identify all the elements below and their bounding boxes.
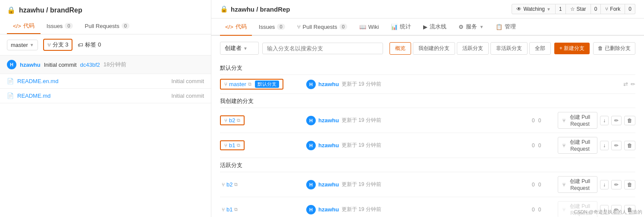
fork-button[interactable]: ⑂ Fork [601,4,625,14]
b1-mine-delete-btn[interactable]: 🗑 [624,141,635,150]
b1-mine-ahead: 0 [532,143,535,149]
b2-mine-copy-icon[interactable]: ⧉ [237,118,240,123]
right-pr-badge: 0 [339,24,347,30]
b2-active-download-btn[interactable]: ↓ [600,180,609,189]
b2-mine-behind: 0 [538,118,541,124]
b2-mine-author[interactable]: hzawhu [318,117,339,124]
branch-row-b1-active: ⑂ b1 ⧉ H hzawhu 更新于 19 分钟前 0 0 [220,197,635,217]
right-tab-pipeline[interactable]: ▶ 流水线 [418,19,452,36]
master-copy-icon[interactable]: ⧉ [248,81,251,87]
branch-search-input[interactable] [262,43,383,54]
b2-mine-time: 更新于 19 分钟前 [342,117,381,124]
right-tab-code[interactable]: </> 代码 [220,19,252,36]
b2-mine-download-btn[interactable]: ↓ [600,116,609,125]
b2-mine-avatar: H [306,116,316,125]
b2-mine-actions: ⑂ 创建 Pull Request ↓ ✏ 🗑 [558,112,635,129]
b1-mine-author[interactable]: hzawhu [318,142,339,149]
file-name-readme[interactable]: README.md [17,93,168,99]
master-branch-name[interactable]: master [229,81,246,87]
right-tab-issues[interactable]: Issues 0 [254,19,290,35]
master-edit-icon[interactable]: ✏ [631,81,635,87]
right-tab-pr[interactable]: ⑂ Pull Requests 0 [292,19,352,35]
b2-active-copy-icon[interactable]: ⧉ [234,182,238,187]
commit-author[interactable]: hzawhu [20,62,41,68]
b2-mine-delete-btn[interactable]: 🗑 [624,116,635,125]
b1-mine-download-btn[interactable]: ↓ [600,141,609,150]
branch-chevron-icon: ▼ [30,43,34,47]
b2-active-pr-button[interactable]: ⑂ 创建 Pull Request [558,176,597,193]
b2-mine-ahead: 0 [532,118,535,124]
filter-inactive[interactable]: 非活跃分支 [490,42,528,55]
b2-active-pr-icon: ⑂ [562,182,565,188]
creator-select[interactable]: 创建者 ▼ [220,42,259,55]
tab-code-left[interactable]: </> 代码 [7,19,41,34]
tab-pr-left[interactable]: Pull Requests 0 [79,19,135,34]
commit-hash[interactable]: dc43bf2 [80,62,100,68]
branch-row-b2-active: ⑂ b2 ⧉ H hzawhu 更新于 19 分钟前 0 0 [220,172,635,197]
master-time: 更新于 19 分钟前 [342,81,381,88]
b2-active-name-col: ⑂ b2 ⧉ [220,180,306,189]
right-wiki-label: Wiki [368,24,379,30]
master-author[interactable]: hzawhu [318,81,339,87]
right-stats-icon: 📊 [391,24,398,30]
right-tab-manage[interactable]: 📋 管理 [490,19,521,36]
star-count: 0 [591,4,601,14]
right-tab-wiki[interactable]: 📖 Wiki [354,19,384,35]
branch-row-b2-mine: ⑂ b2 ⧉ H hzawhu 更新于 19 分钟前 0 0 [220,108,635,133]
branch-count-info: ⑂ 分支 3 [43,39,73,51]
filter-all[interactable]: 全部 [529,42,551,55]
new-branch-button[interactable]: + 新建分支 [554,43,590,54]
file-commit-readme-en: Initial commit [171,78,204,84]
b1-active-name[interactable]: b1 [226,206,232,213]
b2-active-name[interactable]: b2 [226,181,232,188]
b2-active-author[interactable]: hzawhu [318,181,339,188]
b2-active-edit-btn[interactable]: ✏ [611,180,622,189]
filter-active[interactable]: 活跃分支 [457,42,489,55]
filter-my-branches[interactable]: 我创建的分支 [413,42,455,55]
b1-mine-name-col: ⑂ b1 ⧉ [220,140,306,150]
branch-selector[interactable]: master ▼ [7,40,38,50]
delete-label: 已删除分支 [605,45,631,52]
right-tab-stats[interactable]: 📊 统计 [386,19,416,36]
b2-active-name-box: ⑂ b2 ⧉ [220,180,239,189]
right-manage-icon: 📋 [496,24,503,30]
deleted-branch-button[interactable]: 🗑 已删除分支 [593,42,635,55]
b2-active-time: 更新于 19 分钟前 [342,181,381,188]
file-commit-readme: Initial commit [171,93,204,99]
master-refresh-icon[interactable]: ⇄ [623,81,628,87]
service-chevron: ▼ [479,25,484,29]
b1-active-behind: 0 [538,207,541,213]
b1-mine-copy-icon[interactable]: ⧉ [237,143,240,148]
right-tab-service[interactable]: ⚙ 服务 ▼ [453,19,489,36]
b1-mine-pr-button[interactable]: ⑂ 创建 Pull Request [558,137,597,154]
filter-overview[interactable]: 概览 [390,42,411,55]
b2-active-delete-btn[interactable]: 🗑 [624,180,635,189]
right-repo-title: 🔒 hzawhu / brandRep [220,0,290,18]
b1-mine-name[interactable]: b1 [229,142,235,149]
b1-mine-avatar: H [306,141,316,150]
watch-count: 1 [556,4,566,14]
right-nav: </> 代码 Issues 0 ⑂ Pull Requests 0 📖 Wiki… [211,19,644,36]
b1-mine-edit-btn[interactable]: ✏ [611,141,622,150]
watch-button[interactable]: 👁 Watching ▼ [512,4,555,14]
section-default: 默认分支 ⑂ master ⧉ 默认分支 H hzawhu 更新于 19 分钟前 [220,61,635,94]
file-icon-readme: 📄 [7,93,14,99]
branch-row-master: ⑂ master ⧉ 默认分支 H hzawhu 更新于 19 分钟前 ⇄ ✏ [220,75,635,94]
b2-mine-pr-button[interactable]: ⑂ 创建 Pull Request [558,112,597,129]
watch-bar: 👁 Watching ▼ 1 ☆ Star 0 ⑂ Fork 0 [512,4,635,14]
issues-label-left: Issues [47,23,63,29]
b2-mine-edit-btn[interactable]: ✏ [611,116,622,125]
right-wiki-icon: 📖 [359,24,366,30]
b1-active-ahead: 0 [532,207,535,213]
right-code-label: 代码 [236,23,247,31]
trash-icon: 🗑 [598,45,603,51]
star-button[interactable]: ☆ Star [566,4,591,14]
eye-icon: 👁 [516,6,521,12]
branch-count-label: 分支 3 [53,41,69,49]
b1-active-author[interactable]: hzawhu [318,206,339,213]
master-author-col: H hzawhu 更新于 19 分钟前 [306,80,623,89]
file-name-readme-en[interactable]: README.en.md [17,78,168,84]
tab-issues-left[interactable]: Issues 0 [41,19,79,34]
b1-active-copy-icon[interactable]: ⧉ [234,207,238,212]
b2-mine-name[interactable]: b2 [229,117,235,124]
